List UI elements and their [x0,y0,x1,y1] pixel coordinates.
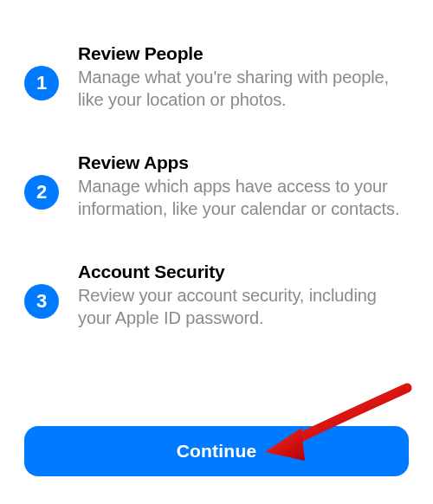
step-text: Account Security Review your account sec… [78,262,409,329]
step-text: Review Apps Manage which apps have acces… [78,152,409,220]
step-review-apps: 2 Review Apps Manage which apps have acc… [24,152,409,220]
step-text: Review People Manage what you're sharing… [78,43,409,111]
step-description: Manage which apps have access to your in… [78,175,409,220]
step-review-people: 1 Review People Manage what you're shari… [24,43,409,111]
step-title: Review Apps [78,152,409,173]
continue-row: Continue [24,426,409,476]
step-description: Review your account security, including … [78,284,409,329]
step-description: Manage what you're sharing with people, … [78,66,409,111]
step-title: Review People [78,43,409,64]
step-title: Account Security [78,262,409,282]
step-number-badge: 3 [24,284,59,319]
step-account-security: 3 Account Security Review your account s… [24,262,409,329]
safety-check-steps: 1 Review People Manage what you're shari… [0,0,433,329]
continue-button[interactable]: Continue [24,426,409,476]
step-number-badge: 1 [24,66,59,100]
step-number-badge: 2 [24,175,59,210]
